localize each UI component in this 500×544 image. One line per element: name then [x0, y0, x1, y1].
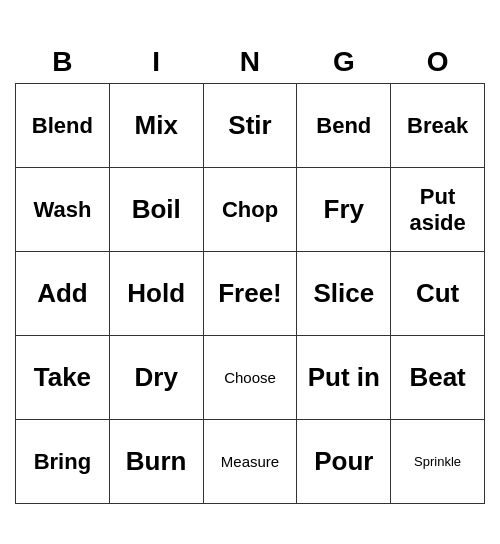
bingo-cell: Add — [16, 252, 110, 336]
bingo-cell: Put in — [297, 336, 391, 420]
bingo-cell: Blend — [16, 84, 110, 168]
bingo-cell: Fry — [297, 168, 391, 252]
bingo-cell: Wash — [16, 168, 110, 252]
bingo-card: BINGO BlendMixStirBendBreakWashBoilChopF… — [15, 40, 485, 505]
header-letter: B — [16, 40, 110, 84]
bingo-cell: Hold — [109, 252, 203, 336]
bingo-cell: Beat — [391, 336, 485, 420]
bingo-cell: Pour — [297, 420, 391, 504]
header-letter: N — [203, 40, 297, 84]
bingo-cell: Bring — [16, 420, 110, 504]
bingo-cell: Dry — [109, 336, 203, 420]
table-row: BlendMixStirBendBreak — [16, 84, 485, 168]
bingo-cell: Stir — [203, 84, 297, 168]
bingo-cell: Cut — [391, 252, 485, 336]
bingo-cell: Boil — [109, 168, 203, 252]
bingo-cell: Break — [391, 84, 485, 168]
header-letter: I — [109, 40, 203, 84]
table-row: WashBoilChopFryPut aside — [16, 168, 485, 252]
table-row: AddHoldFree!SliceCut — [16, 252, 485, 336]
bingo-cell: Chop — [203, 168, 297, 252]
bingo-cell: Sprinkle — [391, 420, 485, 504]
header-letter: O — [391, 40, 485, 84]
header-row: BINGO — [16, 40, 485, 84]
bingo-cell: Free! — [203, 252, 297, 336]
bingo-cell: Choose — [203, 336, 297, 420]
table-row: TakeDryChoosePut inBeat — [16, 336, 485, 420]
bingo-cell: Slice — [297, 252, 391, 336]
bingo-cell: Take — [16, 336, 110, 420]
bingo-cell: Measure — [203, 420, 297, 504]
bingo-cell: Bend — [297, 84, 391, 168]
table-row: BringBurnMeasurePourSprinkle — [16, 420, 485, 504]
header-letter: G — [297, 40, 391, 84]
bingo-cell: Mix — [109, 84, 203, 168]
bingo-cell: Put aside — [391, 168, 485, 252]
bingo-cell: Burn — [109, 420, 203, 504]
